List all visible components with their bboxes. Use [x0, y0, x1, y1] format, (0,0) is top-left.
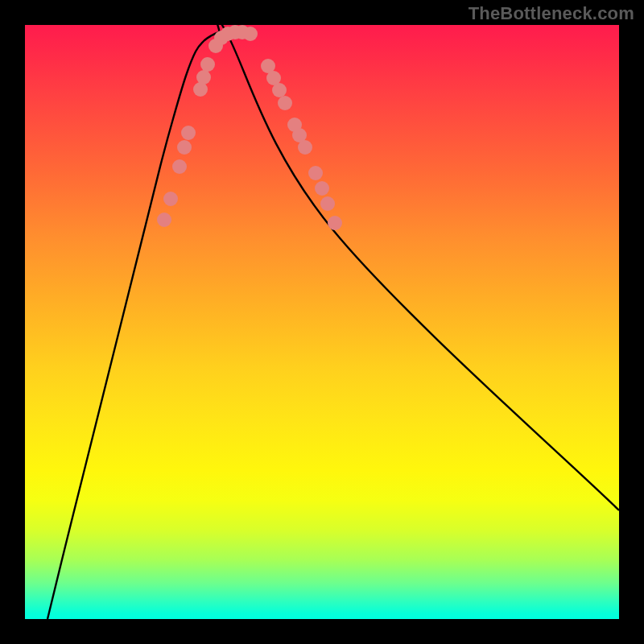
gpu-point: [272, 83, 287, 97]
gpu-point: [163, 192, 178, 206]
watermark-text: TheBottleneck.com: [469, 3, 634, 24]
bottleneck-curve: [47, 25, 619, 619]
gpu-point: [328, 216, 342, 230]
gpu-points-group: [157, 25, 342, 230]
gpu-point: [308, 166, 323, 180]
gpu-point: [278, 96, 292, 110]
gpu-point: [181, 126, 196, 140]
gpu-point: [172, 159, 187, 174]
gpu-point: [157, 213, 171, 227]
gpu-point: [177, 140, 192, 155]
gpu-point: [243, 27, 258, 41]
gpu-point: [298, 140, 312, 155]
gpu-point: [315, 181, 329, 196]
gpu-point: [200, 57, 215, 72]
chart-canvas: [25, 25, 619, 619]
gpu-point: [320, 196, 335, 211]
gpu-point: [196, 70, 211, 85]
